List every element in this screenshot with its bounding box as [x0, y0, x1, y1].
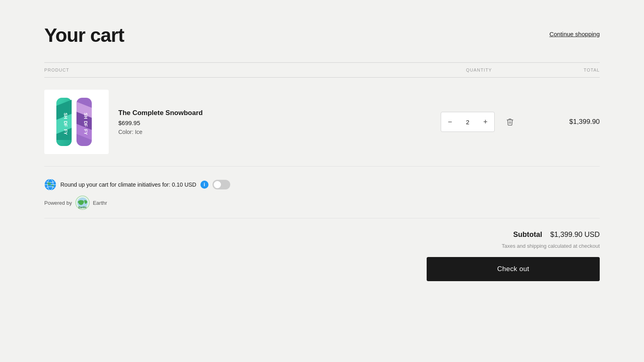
product-details: The Complete Snowboard $699.95 Color: Ic… — [118, 109, 203, 135]
quantity-decrease-button[interactable]: − — [441, 112, 459, 132]
continue-shopping-link[interactable]: Continue shopping — [549, 31, 600, 37]
quantity-column: − 2 + — [439, 112, 519, 132]
item-total: $1,399.90 — [519, 118, 600, 126]
svg-text:Earthr: Earthr — [78, 206, 87, 209]
globe-icon — [44, 179, 56, 191]
product-name: The Complete Snowboard — [118, 109, 203, 117]
product-variant: Color: Ice — [118, 129, 203, 135]
subtotal-row: Subtotal $1,399.90 USD — [513, 230, 600, 239]
powered-by-row: Powered by Earthr Earthr — [44, 195, 600, 210]
quantity-control: − 2 + — [441, 112, 495, 132]
svg-text:FY: FY — [83, 129, 88, 135]
plus-icon: + — [483, 118, 488, 126]
climate-text: Round up your cart for climate initiativ… — [60, 181, 196, 188]
product-price: $699.95 — [118, 119, 203, 126]
svg-text:DF: DF — [83, 121, 88, 127]
column-header-quantity: QUANTITY — [439, 68, 519, 72]
climate-section: Round up your cart for climate initiativ… — [44, 167, 600, 218]
climate-toggle[interactable] — [213, 180, 230, 189]
checkout-button[interactable]: Check out — [427, 257, 600, 281]
earthr-logo: Earthr — [75, 195, 90, 210]
svg-text:SH: SH — [63, 113, 68, 119]
subtotal-amount: $1,399.90 USD — [550, 230, 600, 239]
trash-icon — [506, 118, 514, 126]
page-title: Your cart — [44, 24, 124, 46]
table-row: SH DF FY SH DF FY — [44, 78, 600, 167]
toggle-slider — [213, 180, 230, 189]
subtotal-label: Subtotal — [513, 230, 542, 239]
powered-by-label: Powered by — [44, 200, 72, 206]
svg-text:FY: FY — [63, 129, 68, 135]
delete-item-button[interactable] — [503, 115, 517, 129]
summary-section: Subtotal $1,399.90 USD Taxes and shippin… — [44, 218, 600, 281]
climate-row: Round up your cart for climate initiativ… — [44, 179, 600, 191]
product-info: SH DF FY SH DF FY — [44, 90, 439, 154]
tax-note: Taxes and shipping calculated at checkou… — [502, 243, 600, 249]
info-icon[interactable]: i — [200, 181, 208, 189]
cart-table-header: PRODUCT QUANTITY TOTAL — [44, 62, 600, 78]
svg-text:DF: DF — [63, 121, 68, 127]
svg-text:SH: SH — [83, 113, 88, 119]
earthr-brand-name: Earthr — [93, 200, 107, 206]
column-header-total: TOTAL — [519, 68, 600, 72]
minus-icon: − — [448, 118, 452, 126]
product-image: SH DF FY SH DF FY — [44, 90, 109, 154]
quantity-value: 2 — [459, 119, 477, 125]
column-header-product: PRODUCT — [44, 68, 439, 72]
quantity-increase-button[interactable]: + — [477, 112, 494, 132]
